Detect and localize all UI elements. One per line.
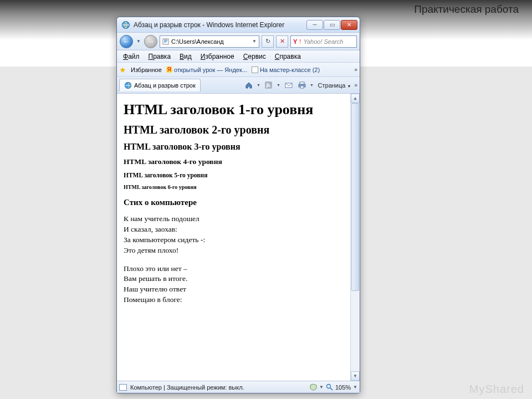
print-icon[interactable] <box>296 80 308 91</box>
home-dropdown-icon[interactable]: ▼ <box>256 80 262 91</box>
scroll-track[interactable] <box>351 103 360 371</box>
svg-point-9 <box>326 385 330 388</box>
window-title-bar[interactable]: Абзац и разрыв строк - Windows Internet … <box>117 17 360 33</box>
heading-6: HTML заголовок 6-го уровня <box>124 184 344 190</box>
heading-1: HTML заголовок 1-го уровня <box>124 101 344 118</box>
ie-browser-window: Абзац и разрыв строк - Windows Internet … <box>116 17 360 393</box>
svg-line-10 <box>330 388 332 390</box>
search-box[interactable]: Y! Yahoo! Search <box>290 35 357 48</box>
address-row: ← ▼ → C:\Users\Александ ▼ ↻ ✕ Y! Yahoo! … <box>117 33 360 50</box>
feeds-dropdown-icon[interactable]: ▼ <box>276 80 282 91</box>
status-right: ▼ 105% ▼ <box>310 383 357 391</box>
back-dropdown-icon[interactable]: ▼ <box>135 37 142 47</box>
heading-3: HTML заголовок 3-го уровня <box>124 142 344 152</box>
window-title: Абзац и разрыв строк - Windows Internet … <box>134 21 303 29</box>
favorites-star-icon[interactable]: ★ <box>119 65 126 74</box>
tab-label: Абзац и разрыв строк <box>134 82 196 89</box>
menu-bar: ФайлПравкаВидИзбранноеСервисСправка <box>117 50 360 63</box>
home-icon[interactable] <box>243 80 255 91</box>
tab-row: Абзац и разрыв строк ▼ ▼ ▼ Страница ▼ » <box>117 77 360 94</box>
page-menu-label: Страница <box>318 82 346 89</box>
feeds-icon[interactable] <box>263 80 275 91</box>
scroll-up-button[interactable]: ▲ <box>351 94 360 103</box>
menu-edit[interactable]: Правка <box>145 52 175 62</box>
ie-tab-icon <box>124 81 132 89</box>
mail-icon[interactable] <box>283 80 295 91</box>
protected-dropdown-icon[interactable]: ▼ <box>319 385 324 390</box>
stop-button[interactable]: ✕ <box>276 35 288 48</box>
maximize-button[interactable]: ▭ <box>324 20 340 30</box>
protected-mode-icon[interactable] <box>310 383 317 391</box>
fav-link-master[interactable]: На мастер-классе (2) <box>252 66 320 73</box>
yahoo-excl-icon: ! <box>299 38 301 45</box>
poem-title: Стих о компьютере <box>124 198 344 207</box>
forward-button[interactable]: → <box>144 35 157 48</box>
poem-stanza-2: Плохо это или нет – Вам решать в итоге. … <box>124 264 344 306</box>
poem-stanza-1: К нам учитель подошел И сказал, заохав: … <box>124 214 344 256</box>
yandex-icon: Я <box>166 66 172 73</box>
menu-file[interactable]: Файл <box>119 52 144 62</box>
menu-help[interactable]: Справка <box>271 52 305 62</box>
fav-link-master-label: На мастер-классе (2) <box>260 66 320 73</box>
scroll-thumb[interactable] <box>351 103 359 291</box>
page-menu[interactable]: Страница ▼ <box>316 82 354 89</box>
zoom-dropdown-icon[interactable]: ▼ <box>353 385 357 390</box>
command-bar: ▼ ▼ ▼ Страница ▼ » <box>243 80 357 91</box>
zoom-level[interactable]: 105% <box>335 384 351 391</box>
blank-page-icon <box>252 66 258 73</box>
scroll-down-button[interactable]: ▼ <box>351 371 360 381</box>
window-controls: ─ ▭ ✕ <box>306 20 357 30</box>
security-zone-icon <box>119 384 127 391</box>
address-dropdown-icon[interactable]: ▼ <box>252 39 257 44</box>
heading-5: HTML заголовок 5-го уровня <box>124 172 344 178</box>
watermark: MyShared <box>469 383 524 396</box>
menu-view[interactable]: Вид <box>176 52 196 62</box>
svg-rect-6 <box>300 82 304 84</box>
heading-2: HTML заголовок 2-го уровня <box>124 124 344 136</box>
favorites-label[interactable]: Избранное <box>131 66 162 73</box>
menu-service[interactable]: Сервис <box>239 52 270 62</box>
page-content: HTML заголовок 1-го уровня HTML заголово… <box>117 94 350 381</box>
minimize-button[interactable]: ─ <box>306 20 323 30</box>
address-text: C:\Users\Александ <box>171 38 224 45</box>
refresh-button[interactable]: ↻ <box>262 35 274 48</box>
svg-rect-3 <box>265 81 272 89</box>
favbar-more-icon[interactable]: » <box>354 66 357 73</box>
yahoo-y-icon: Y <box>293 38 297 45</box>
zoom-icon[interactable] <box>326 383 333 391</box>
back-button[interactable]: ← <box>120 35 133 48</box>
content-area: HTML заголовок 1-го уровня HTML заголово… <box>117 94 360 381</box>
active-tab[interactable]: Абзац и разрыв строк <box>119 79 201 91</box>
fav-link-yandex-label: открытый урок — Яндек... <box>174 66 247 73</box>
favorites-bar: ★ Избранное Я открытый урок — Яндек... Н… <box>117 63 360 77</box>
status-bar: Компьютер | Защищенный режим: выкл. ▼ 10… <box>117 381 360 393</box>
address-bar[interactable]: C:\Users\Александ ▼ <box>160 35 259 48</box>
print-dropdown-icon[interactable]: ▼ <box>309 80 315 91</box>
close-button[interactable]: ✕ <box>341 20 357 30</box>
heading-4: HTML заголовок 4-го уровня <box>124 157 344 166</box>
command-more-icon[interactable]: » <box>354 82 357 88</box>
vertical-scrollbar[interactable]: ▲ ▼ <box>350 94 360 381</box>
ie-logo-icon <box>121 21 130 29</box>
slide-title: Практическая работа <box>414 3 519 16</box>
svg-rect-8 <box>300 86 304 88</box>
search-placeholder: Yahoo! Search <box>303 38 343 45</box>
menu-favorites[interactable]: Избранное <box>197 52 238 62</box>
fav-link-yandex[interactable]: Я открытый урок — Яндек... <box>166 66 247 73</box>
status-text: Компьютер | Защищенный режим: выкл. <box>130 384 244 391</box>
svg-point-4 <box>266 86 268 88</box>
page-icon <box>162 38 169 45</box>
